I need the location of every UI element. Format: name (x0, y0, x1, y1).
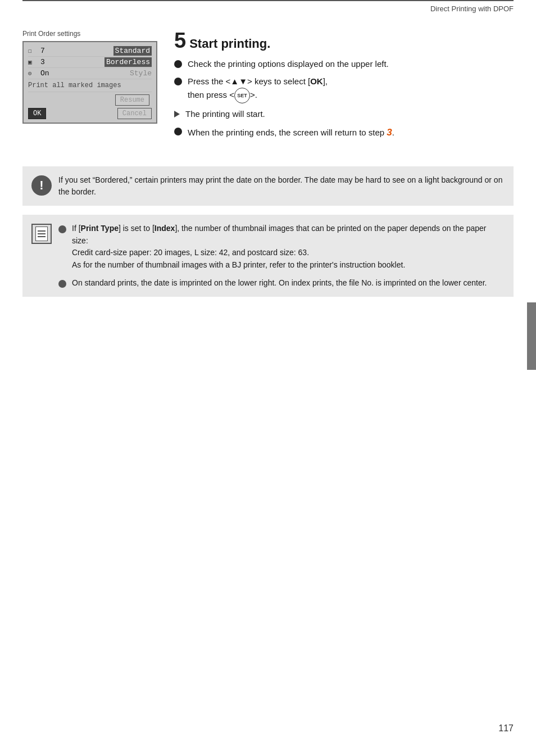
screen-value-1: 7 (40, 47, 113, 55)
right-accent-bar (527, 302, 536, 370)
screen-standard-label: Standard (113, 46, 152, 56)
step-title: Start printing. (189, 37, 270, 51)
bullet-1: Check the printing options displayed on … (174, 58, 514, 71)
screen-row-2: ▣ 3 Borderless (28, 57, 152, 68)
page-header: Direct Printing with DPOF (0, 4, 514, 19)
bullet-4: When the printing ends, the screen will … (174, 125, 514, 140)
note-line-2 (38, 233, 46, 234)
note-bullet-list: If [Print Type] is set to [Index], the n… (58, 223, 505, 289)
bullet-dot-2 (174, 78, 182, 85)
note-dot-2 (58, 280, 66, 288)
screen-borderless-label: Borderless (105, 57, 152, 67)
bullet-text-4: When the printing ends, the screen will … (188, 125, 394, 140)
camera-screen: ☐ 7 Standard ▣ 3 Borderless ⊙ On Style (22, 41, 157, 124)
screen-resume-btn: Resume (115, 94, 149, 106)
screen-ok-btn: OK (28, 108, 46, 119)
note-bullet-1: If [Print Type] is set to [Index], the n… (58, 223, 505, 271)
set-button: SET (234, 88, 250, 103)
ok-bold: OK (310, 76, 323, 86)
note-text-1: If [Print Type] is set to [Index], the n… (72, 223, 505, 271)
note-content: If [Print Type] is set to [Index], the n… (58, 223, 505, 289)
arrow-keys: ▲▼ (230, 76, 247, 86)
screen-value-3: On (40, 69, 130, 78)
warning-icon: ! (31, 175, 52, 196)
note-box: If [Print Type] is set to [Index], the n… (22, 215, 514, 297)
screen-bottom-buttons: OK Cancel (28, 108, 152, 119)
bullet-3: The printing will start. (174, 108, 514, 121)
screen-all-images: Print all marked images (28, 79, 152, 92)
screen-icon-2: ▣ (28, 58, 40, 66)
note-dot-1 (58, 225, 66, 233)
bullet-text-3: The printing will start. (185, 108, 265, 121)
bullet-text-1: Check the printing options displayed on … (188, 58, 389, 71)
note-line-1 (38, 230, 46, 232)
step-bullets: Check the printing options displayed on … (174, 58, 514, 139)
top-rule (22, 0, 514, 4)
warning-text: If you set “Bordered,” certain printers … (58, 174, 505, 198)
main-content: Print Order settings ☐ 7 Standard ▣ 3 Bo… (22, 30, 514, 144)
note-icon (31, 224, 52, 244)
screen-row-3: ⊙ On Style (28, 68, 152, 79)
step-num-inline: 3 (387, 127, 392, 138)
bullet-triangle-3 (174, 111, 180, 117)
bullet-dot-4 (174, 128, 182, 135)
screen-cancel-btn: Cancel (117, 108, 152, 119)
left-panel: Print Order settings ☐ 7 Standard ▣ 3 Bo… (22, 30, 157, 144)
screen-icon-3: ⊙ (28, 70, 40, 77)
page-header-text: Direct Printing with DPOF (430, 4, 514, 13)
step-header: 5 Start printing. (174, 30, 514, 51)
note-bullet-2: On standard prints, the date is imprinte… (58, 277, 505, 289)
screen-label: Print Order settings (22, 30, 157, 38)
screen-icon-1: ☐ (28, 47, 40, 55)
screen-value-2: 3 (40, 58, 105, 66)
warning-box: ! If you set “Bordered,” certain printer… (22, 166, 514, 206)
page-number: 117 (498, 723, 514, 734)
step-number: 5 (174, 30, 186, 51)
note-text-2: On standard prints, the date is imprinte… (72, 277, 487, 289)
bullet-2: Press the <▲▼> keys to select [OK], then… (174, 75, 514, 104)
index-bold: Index (155, 224, 175, 233)
bullet-dot-1 (174, 60, 182, 68)
screen-standard: Standard (113, 47, 152, 55)
note-line-3 (38, 236, 46, 237)
screen-style: Style (130, 69, 152, 78)
note-icon-inner (35, 227, 48, 241)
bullet-text-2: Press the <▲▼> keys to select [OK], then… (188, 75, 328, 104)
screen-row-1: ☐ 7 Standard (28, 46, 152, 57)
screen-borderless: Borderless (105, 58, 152, 66)
right-panel: 5 Start printing. Check the printing opt… (174, 30, 514, 144)
print-type-bold: Print Type (81, 224, 119, 233)
note-icon-lines (38, 230, 46, 237)
